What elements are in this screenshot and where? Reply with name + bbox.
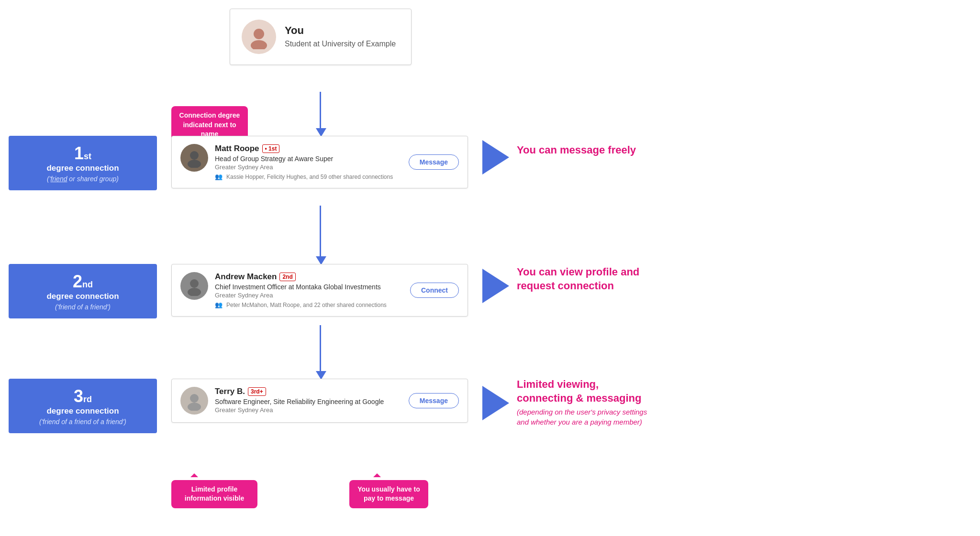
svg-point-0 [254,29,264,39]
profile-headline-2: Chief Investment Officer at Montaka Glob… [215,283,403,291]
message-button-3[interactable]: Message [409,393,459,408]
degree-text-3: degree connection [19,406,146,416]
degree-sub-1: ('friend or shared group) [19,175,146,183]
connect-button-2[interactable]: Connect [410,283,459,298]
you-info: You Student at University of Example [285,24,396,49]
callout-limited: Limited profile information visible [171,480,257,508]
degree-text-2: degree connection [19,292,146,301]
connector-line-3 [320,325,321,373]
message-button-1[interactable]: Message [409,154,459,170]
degree-label-2: 2 nd degree connection ('friend of a fri… [9,264,157,318]
you-name: You [285,24,396,37]
you-card: You Student at University of Example [230,9,412,65]
profile-location-2: Greater Sydney Area [215,292,403,299]
right-label-3: Limited viewing,connecting & messaging (… [517,378,647,427]
right-sub-text-3: (depending on the user's privacy setting… [517,407,647,427]
right-label-1: You can message freely [517,143,636,157]
right-arrow-1 [482,140,509,175]
profile-name-row-2: Andrew Macken 2nd [215,272,403,282]
avatar-matt [180,144,208,172]
diagram-container: You Student at University of Example Con… [0,0,980,536]
profile-connections-2: 👥 Peter McMahon, Matt Roope, and 22 othe… [215,301,403,308]
callout-pay: You usually have to pay to message [349,480,428,508]
right-main-text-1: You can message freely [517,143,636,157]
svg-point-2 [190,151,199,160]
profile-location-1: Greater Sydney Area [215,164,402,171]
profile-card-3: Terry B. 3rd+ Software Engineer, Site Re… [171,379,468,423]
profile-info-3: Terry B. 3rd+ Software Engineer, Site Re… [215,387,402,414]
degree-num-1: 1 [74,143,84,164]
degree-num-2: 2 [73,272,82,292]
connections-text-1: Kassie Hopper, Felicity Hughes, and 59 o… [226,174,393,180]
degree-sup-3: rd [83,394,92,405]
profile-headline-3: Software Engineer, Site Reliability Engi… [215,398,402,405]
profile-connections-1: 👥 Kassie Hopper, Felicity Hughes, and 59… [215,173,402,180]
right-main-text-2: You can view profile andrequest connecti… [517,265,639,293]
degree-sub-3: ('friend of a friend of a friend') [19,418,146,426]
svg-point-6 [190,394,199,403]
degree-badge-1: • 1st [262,144,280,153]
svg-point-4 [190,279,199,288]
connector-line-2 [320,206,321,258]
degree-badge-3: 3rd+ [248,387,266,396]
right-main-text-3: Limited viewing,connecting & messaging [517,378,647,405]
right-arrow-2 [482,269,509,303]
profile-headline-1: Head of Group Strategy at Aware Super [215,155,402,163]
profile-card-1: Matt Roope • 1st Head of Group Strategy … [171,136,468,188]
degree-sup-1: st [84,152,91,162]
profile-name-2: Andrew Macken [215,272,277,282]
svg-point-1 [251,40,267,49]
degree-label-1: 1 st degree connection ('friend or share… [9,136,157,190]
profile-location-3: Greater Sydney Area [215,406,402,414]
right-label-2: You can view profile andrequest connecti… [517,265,639,293]
connector-line-1 [320,92,321,130]
avatar-terry [180,387,208,415]
degree-text-1: degree connection [19,164,146,173]
profile-name-row-1: Matt Roope • 1st [215,144,402,153]
svg-point-5 [188,288,201,296]
profile-name-3: Terry B. [215,387,245,396]
right-arrow-3 [482,386,509,420]
you-avatar [242,20,276,54]
profile-name-row-3: Terry B. 3rd+ [215,387,402,396]
degree-badge-2: 2nd [279,273,295,281]
profile-info-1: Matt Roope • 1st Head of Group Strategy … [215,144,402,180]
profile-card-2: Andrew Macken 2nd Chief Investment Offic… [171,264,468,317]
profile-info-2: Andrew Macken 2nd Chief Investment Offic… [215,272,403,308]
degree-label-3: 3 rd degree connection ('friend of a fri… [9,379,157,433]
svg-point-3 [188,160,201,168]
profile-name-1: Matt Roope [215,144,259,153]
connections-text-2: Peter McMahon, Matt Roope, and 22 other … [226,302,387,308]
you-title: Student at University of Example [285,39,396,49]
degree-num-3: 3 [74,386,83,406]
svg-point-7 [188,403,201,411]
people-icon-1: 👥 [215,173,223,180]
people-icon-2: 👥 [215,301,223,308]
degree-sub-2: ('friend of a friend') [19,303,146,311]
degree-sup-2: nd [82,280,93,290]
avatar-andrew [180,272,208,300]
